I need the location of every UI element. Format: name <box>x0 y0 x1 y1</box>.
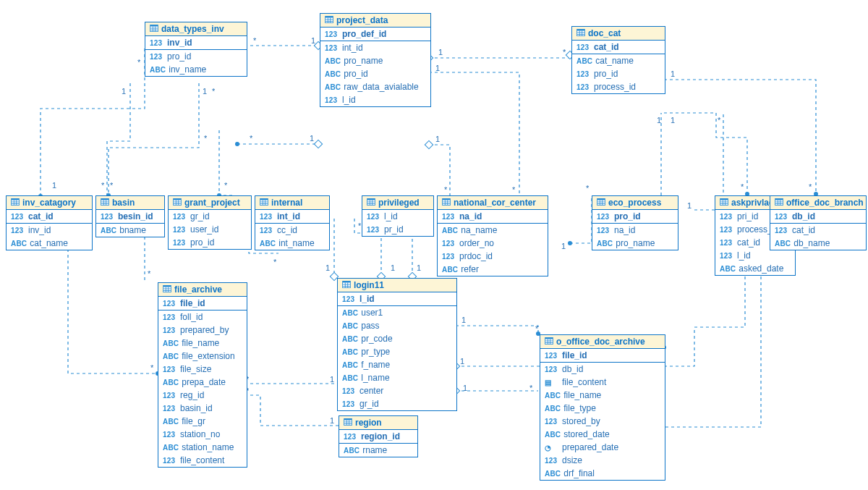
entity-header[interactable]: o_office_doc_archive <box>540 335 665 349</box>
column-cat_id[interactable]: 123cat_id <box>572 41 665 54</box>
column-user_id[interactable]: 123user_id <box>169 223 251 236</box>
column-na_name[interactable]: ABCna_name <box>438 224 548 237</box>
entity-header[interactable]: national_cor_center <box>438 196 548 210</box>
column-station_no[interactable]: 123station_no <box>158 428 247 441</box>
entity-header[interactable]: office_doc_branch <box>770 196 866 210</box>
column-dsize[interactable]: 123dsize <box>540 454 665 467</box>
entity-header[interactable]: basin <box>96 196 164 210</box>
column-gr_id[interactable]: 123gr_id <box>169 210 251 223</box>
column-reg_id[interactable]: 123reg_id <box>158 389 247 402</box>
column-stored_by[interactable]: 123stored_by <box>540 415 665 428</box>
entity-o_office_doc_archive[interactable]: o_office_doc_archive123file_id123db_id▤f… <box>540 334 665 481</box>
entity-header[interactable]: eco_process <box>592 196 678 210</box>
column-file_gr[interactable]: ABCfile_gr <box>158 415 247 428</box>
column-region_id[interactable]: 123region_id <box>339 430 417 443</box>
column-inv_id[interactable]: 123inv_id <box>7 224 92 237</box>
column-center[interactable]: 123center <box>338 384 456 397</box>
entity-basin[interactable]: basin123besin_idABCbname <box>95 195 165 237</box>
column-db_id[interactable]: 123db_id <box>540 363 665 376</box>
column-foll_id[interactable]: 123foll_id <box>158 311 247 324</box>
column-l_name[interactable]: ABCl_name <box>338 371 456 384</box>
column-pro_id[interactable]: 123pro_id <box>572 67 665 80</box>
column-inv_id[interactable]: 123inv_id <box>145 36 247 49</box>
column-drf_final[interactable]: ABCdrf_final <box>540 467 665 480</box>
column-file_content[interactable]: 123file_content <box>158 454 247 467</box>
entity-data_types_inv[interactable]: data_types_inv123inv_id123pro_idABCinv_n… <box>145 22 247 77</box>
entity-login11[interactable]: login11123l_idABCuser1ABCpassABCpr_codeA… <box>337 278 457 411</box>
column-db_id[interactable]: 123db_id <box>770 210 866 223</box>
entity-doc_cat[interactable]: doc_cat123cat_idABCcat_name123pro_id123p… <box>571 26 665 94</box>
entity-privileged[interactable]: privileged123l_id123pr_id <box>362 195 434 237</box>
column-na_id[interactable]: 123na_id <box>438 210 548 223</box>
column-na_id[interactable]: 123na_id <box>592 224 678 237</box>
column-prepared_by[interactable]: 123prepared_by <box>158 324 247 337</box>
entity-header[interactable]: login11 <box>338 279 456 292</box>
entity-header[interactable]: internal <box>255 196 329 210</box>
column-gr_id[interactable]: 123gr_id <box>338 397 456 410</box>
column-raw_data_avialable[interactable]: ABCraw_data_avialable <box>320 80 430 93</box>
column-file_id[interactable]: 123file_id <box>158 297 247 310</box>
entity-inv_catagory[interactable]: inv_catagory123cat_id123inv_idABCcat_nam… <box>6 195 93 250</box>
entity-header[interactable]: file_archive <box>158 283 247 297</box>
column-basin_id[interactable]: 123basin_id <box>158 402 247 415</box>
entity-header[interactable]: grant_project <box>169 196 251 210</box>
column-user1[interactable]: ABCuser1 <box>338 306 456 319</box>
column-prepa_date[interactable]: ABCprepa_date <box>158 376 247 389</box>
entity-file_archive[interactable]: file_archive123file_id123foll_id123prepa… <box>158 282 247 468</box>
entity-region[interactable]: region123region_idABCrname <box>339 415 418 457</box>
entity-header[interactable]: doc_cat <box>572 27 665 41</box>
column-pro_def_id[interactable]: 123pro_def_id <box>320 28 430 41</box>
column-refer[interactable]: ABCrefer <box>438 263 548 276</box>
column-file_extension[interactable]: ABCfile_extension <box>158 350 247 363</box>
entity-internal[interactable]: internal123int_id123cc_idABCint_name <box>255 195 330 250</box>
column-l_id[interactable]: 123l_id <box>338 292 456 305</box>
column-pr_code[interactable]: ABCpr_code <box>338 332 456 345</box>
column-process_id[interactable]: 123process_id <box>572 80 665 93</box>
entity-office_doc_branch[interactable]: office_doc_branch123db_id123cat_idABCdb_… <box>770 195 867 250</box>
column-file_name[interactable]: ABCfile_name <box>158 337 247 350</box>
column-file_content[interactable]: ▤file_content <box>540 376 665 389</box>
column-station_name[interactable]: ABCstation_name <box>158 441 247 454</box>
column-cat_id[interactable]: 123cat_id <box>7 210 92 223</box>
column-int_id[interactable]: 123int_id <box>255 210 329 223</box>
column-pro_name[interactable]: ABCpro_name <box>320 54 430 67</box>
column-cat_id[interactable]: 123cat_id <box>770 224 866 237</box>
column-file_name[interactable]: ABCfile_name <box>540 389 665 402</box>
entity-national_cor_center[interactable]: national_cor_center123na_idABCna_name123… <box>437 195 548 276</box>
column-order_no[interactable]: 123order_no <box>438 237 548 250</box>
column-prdoc_id[interactable]: 123prdoc_id <box>438 250 548 263</box>
column-file_type[interactable]: ABCfile_type <box>540 402 665 415</box>
column-stored_date[interactable]: ABCstored_date <box>540 428 665 441</box>
column-rname[interactable]: ABCrname <box>339 444 417 457</box>
column-pro_id[interactable]: 123pro_id <box>592 210 678 223</box>
column-bname[interactable]: ABCbname <box>96 224 164 237</box>
entity-header[interactable]: project_data <box>320 14 430 28</box>
entity-header[interactable]: privileged <box>362 196 433 210</box>
column-prepared_date[interactable]: ◔prepared_date <box>540 441 665 454</box>
column-int_name[interactable]: ABCint_name <box>255 237 329 250</box>
column-cc_id[interactable]: 123cc_id <box>255 224 329 237</box>
entity-header[interactable]: inv_catagory <box>7 196 92 210</box>
entity-header[interactable]: data_types_inv <box>145 22 247 36</box>
column-pro_id[interactable]: 123pro_id <box>169 236 251 249</box>
column-l_id[interactable]: 123l_id <box>320 93 430 106</box>
column-cat_name[interactable]: ABCcat_name <box>572 54 665 67</box>
column-pr_type[interactable]: ABCpr_type <box>338 345 456 358</box>
column-pro_id[interactable]: 123pro_id <box>145 50 247 63</box>
column-besin_id[interactable]: 123besin_id <box>96 210 164 223</box>
entity-eco_process[interactable]: eco_process123pro_id123na_idABCpro_name <box>592 195 678 250</box>
entity-header[interactable]: region <box>339 416 417 430</box>
column-cat_name[interactable]: ABCcat_name <box>7 237 92 250</box>
column-pr_id[interactable]: 123pr_id <box>362 223 433 236</box>
entity-grant_project[interactable]: grant_project123gr_id123user_id123pro_id <box>168 195 252 250</box>
column-l_id[interactable]: 123l_id <box>362 210 433 223</box>
column-asked_date[interactable]: ABCasked_date <box>715 262 795 275</box>
column-db_name[interactable]: ABCdb_name <box>770 237 866 250</box>
column-pro_name[interactable]: ABCpro_name <box>592 237 678 250</box>
column-pass[interactable]: ABCpass <box>338 319 456 332</box>
column-f_name[interactable]: ABCf_name <box>338 358 456 371</box>
column-int_id[interactable]: 123int_id <box>320 41 430 54</box>
column-inv_name[interactable]: ABCinv_name <box>145 63 247 76</box>
entity-project_data[interactable]: project_data123pro_def_id123int_idABCpro… <box>320 13 431 107</box>
column-file_size[interactable]: 123file_size <box>158 363 247 376</box>
